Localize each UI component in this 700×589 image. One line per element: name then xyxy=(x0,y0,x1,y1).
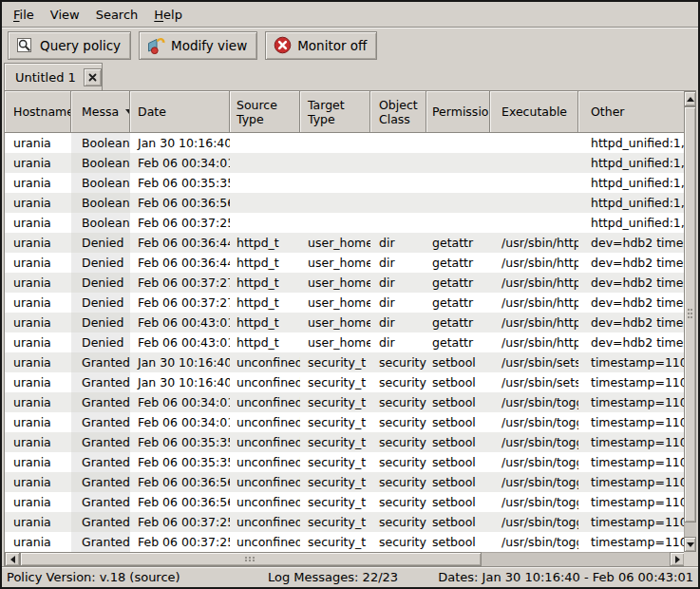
cell-other[interactable]: dev=hdb2 timesta xyxy=(578,293,685,313)
cell-messa[interactable]: Granted xyxy=(71,372,130,392)
table-row[interactable]: uraniaBooleanJan 30 10:16:40httpd_unifie… xyxy=(5,133,685,153)
cell-target-type[interactable] xyxy=(300,133,370,153)
cell-other[interactable]: httpd_unified:1, ht xyxy=(578,133,685,153)
cell-target-type[interactable]: security_t xyxy=(300,392,370,412)
cell-target-type[interactable]: security_t xyxy=(300,492,370,512)
table-row[interactable]: uraniaDeniedFeb 06 00:37:27httpd_tuser_h… xyxy=(5,293,685,313)
cell-source-type[interactable]: unconfined_ xyxy=(230,392,300,412)
cell-source-type[interactable] xyxy=(230,173,300,193)
cell-other[interactable]: timestamp=11076 xyxy=(578,492,685,512)
cell-executable[interactable]: /usr/sbin/httpd xyxy=(490,233,578,253)
cell-object-class[interactable]: dir xyxy=(370,313,426,332)
cell-object-class[interactable]: dir xyxy=(370,253,426,273)
cell-permission[interactable]: getattr xyxy=(426,253,490,273)
scroll-right-button[interactable] xyxy=(670,552,685,566)
cell-executable[interactable]: /usr/sbin/setseb xyxy=(490,372,578,392)
cell-source-type[interactable]: httpd_t xyxy=(230,313,300,332)
cell-target-type[interactable]: security_t xyxy=(300,532,370,552)
cell-target-type[interactable]: security_t xyxy=(300,432,370,452)
cell-target-type[interactable]: user_home_ xyxy=(300,313,370,332)
scroll-up-button[interactable] xyxy=(684,91,696,106)
cell-date[interactable]: Feb 06 00:37:25 xyxy=(130,512,230,532)
cell-other[interactable]: httpd_unified:1, ht xyxy=(578,153,685,173)
cell-permission[interactable]: setbool xyxy=(426,392,490,412)
cell-hostname[interactable]: urania xyxy=(5,412,71,432)
cell-permission[interactable] xyxy=(426,133,490,153)
cell-permission[interactable]: setbool xyxy=(426,492,490,512)
cell-executable[interactable]: /usr/sbin/httpd xyxy=(490,313,578,332)
cell-hostname[interactable]: urania xyxy=(5,452,71,472)
cell-other[interactable]: timestamp=11076 xyxy=(578,512,685,532)
cell-hostname[interactable]: urania xyxy=(5,492,71,512)
cell-source-type[interactable] xyxy=(230,193,300,213)
column-header-target-type[interactable]: Target Type xyxy=(300,91,370,133)
cell-source-type[interactable]: httpd_t xyxy=(230,332,300,352)
cell-messa[interactable]: Denied xyxy=(71,332,130,352)
cell-source-type[interactable]: httpd_t xyxy=(230,233,300,253)
tab-close-button[interactable] xyxy=(84,68,102,86)
cell-other[interactable]: timestamp=11076 xyxy=(578,432,685,452)
cell-hostname[interactable]: urania xyxy=(5,153,71,173)
cell-permission[interactable]: getattr xyxy=(426,293,490,313)
cell-date[interactable]: Feb 06 00:36:44 xyxy=(130,233,230,253)
table-row[interactable]: uraniaGrantedFeb 06 00:35:35unconfined_s… xyxy=(5,452,685,472)
cell-date[interactable]: Feb 06 00:36:56 xyxy=(130,492,230,512)
cell-executable[interactable]: /usr/sbin/toggle xyxy=(490,412,578,432)
cell-permission[interactable]: setbool xyxy=(426,432,490,452)
cell-messa[interactable]: Granted xyxy=(71,492,130,512)
cell-permission[interactable]: setbool xyxy=(426,412,490,432)
vertical-scroll-thumb[interactable] xyxy=(684,106,696,522)
cell-executable[interactable]: /usr/sbin/httpd xyxy=(490,273,578,293)
cell-other[interactable]: timestamp=11076 xyxy=(578,472,685,492)
cell-permission[interactable]: setbool xyxy=(426,532,490,552)
cell-permission[interactable] xyxy=(426,173,490,193)
cell-messa[interactable]: Granted xyxy=(71,432,130,452)
menu-file[interactable]: File xyxy=(13,8,34,22)
cell-executable[interactable]: /usr/sbin/setseb xyxy=(490,352,578,372)
cell-hostname[interactable]: urania xyxy=(5,332,71,352)
cell-executable[interactable] xyxy=(490,193,578,213)
cell-date[interactable]: Feb 06 00:35:35 xyxy=(130,452,230,472)
cell-executable[interactable]: /usr/sbin/toggle xyxy=(490,532,578,552)
table-row[interactable]: uraniaDeniedFeb 06 00:37:27httpd_tuser_h… xyxy=(5,273,685,293)
scroll-down-button[interactable] xyxy=(684,537,696,552)
table-row[interactable]: uraniaBooleanFeb 06 00:35:35httpd_unifie… xyxy=(5,173,685,193)
cell-permission[interactable]: setbool xyxy=(426,372,490,392)
cell-other[interactable]: timestamp=11076 xyxy=(578,452,685,472)
cell-source-type[interactable]: unconfined_ xyxy=(230,372,300,392)
cell-date[interactable]: Feb 06 00:37:27 xyxy=(130,273,230,293)
cell-target-type[interactable]: user_home_ xyxy=(300,233,370,253)
cell-target-type[interactable]: security_t xyxy=(300,512,370,532)
menu-view[interactable]: View xyxy=(50,8,80,22)
cell-source-type[interactable]: httpd_t xyxy=(230,253,300,273)
query-policy-button[interactable]: Query policy xyxy=(8,31,131,60)
cell-source-type[interactable]: unconfined_ xyxy=(230,512,300,532)
cell-hostname[interactable]: urania xyxy=(5,392,71,412)
cell-object-class[interactable]: security xyxy=(370,472,426,492)
table-row[interactable]: uraniaBooleanFeb 06 00:37:25httpd_unifie… xyxy=(5,213,685,233)
cell-messa[interactable]: Granted xyxy=(71,452,130,472)
cell-executable[interactable]: /usr/sbin/toggle xyxy=(490,392,578,412)
cell-date[interactable]: Feb 06 00:36:44 xyxy=(130,253,230,273)
cell-source-type[interactable]: httpd_t xyxy=(230,273,300,293)
cell-hostname[interactable]: urania xyxy=(5,293,71,313)
cell-permission[interactable]: setbool xyxy=(426,472,490,492)
table-row[interactable]: uraniaGrantedFeb 06 00:36:56unconfined_s… xyxy=(5,492,685,512)
cell-object-class[interactable] xyxy=(370,213,426,233)
cell-permission[interactable] xyxy=(426,193,490,213)
table-row[interactable]: uraniaGrantedFeb 06 00:37:25unconfined_s… xyxy=(5,532,685,552)
cell-object-class[interactable]: security xyxy=(370,392,426,412)
cell-hostname[interactable]: urania xyxy=(5,233,71,253)
cell-executable[interactable]: /usr/sbin/toggle xyxy=(490,452,578,472)
column-header-messa[interactable]: Messa xyxy=(71,91,130,133)
cell-object-class[interactable]: security xyxy=(370,372,426,392)
cell-messa[interactable]: Denied xyxy=(71,273,130,293)
cell-executable[interactable] xyxy=(490,133,578,153)
cell-object-class[interactable]: security xyxy=(370,532,426,552)
cell-executable[interactable] xyxy=(490,213,578,233)
cell-hostname[interactable]: urania xyxy=(5,173,71,193)
cell-date[interactable]: Jan 30 10:16:40 xyxy=(130,352,230,372)
monitor-off-button[interactable]: Monitor off xyxy=(265,31,377,60)
cell-object-class[interactable]: dir xyxy=(370,233,426,253)
cell-object-class[interactable]: dir xyxy=(370,273,426,293)
